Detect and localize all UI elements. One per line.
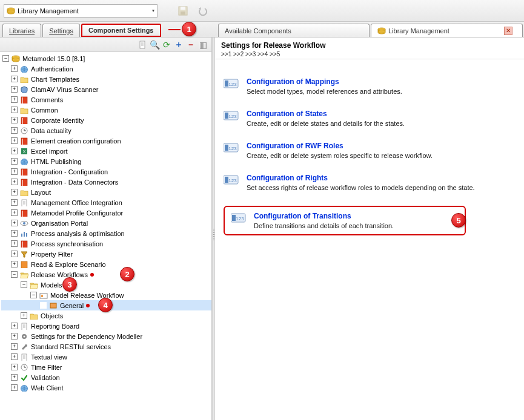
expand-icon[interactable]: + (11, 251, 18, 257)
library-dropdown[interactable]: Library Management ▾ (4, 4, 158, 18)
expand-icon[interactable]: + (11, 76, 18, 82)
config-link[interactable]: Configuration of States (247, 110, 405, 118)
splitter[interactable] (212, 38, 215, 420)
tree-item[interactable]: +Corporate Identity (1, 115, 211, 125)
book-red-icon (19, 137, 29, 145)
tree-item-release-workflows[interactable]: − Release Workflows 2 (1, 269, 211, 280)
topbar: Library Management ▾ (0, 0, 524, 22)
tree-item[interactable]: +Validation (1, 372, 211, 382)
tree-item-models[interactable]: − Models 3 (1, 280, 211, 290)
expand-icon[interactable]: + (11, 65, 18, 72)
tree-item[interactable]: +Integration - Data Connectors (1, 177, 211, 187)
tree-label: Settings for the Dependency Modeller (31, 333, 142, 340)
config-link[interactable]: Configuration of Transitions (254, 212, 394, 220)
svg-rect-21 (26, 233, 27, 237)
svg-rect-20 (24, 232, 25, 237)
expand-icon[interactable]: + (11, 107, 18, 113)
callout-dot (86, 304, 90, 307)
collapse-icon[interactable]: − (21, 281, 27, 288)
tree-root[interactable]: − Metamodel 15.0 [8.1] (1, 53, 211, 64)
tree-item[interactable]: +ClamAV Virus Scanner (1, 84, 211, 94)
expand-icon[interactable]: + (11, 374, 18, 381)
expand-icon[interactable]: + (11, 220, 18, 226)
tree-label: Objects (41, 312, 63, 320)
tree-item[interactable]: +Common (1, 105, 211, 115)
tree-item[interactable]: +Element creation configuration (1, 136, 211, 146)
close-tab-button[interactable]: ✕ (504, 27, 512, 35)
search-button[interactable]: 🔍 (150, 40, 159, 50)
config-link[interactable]: Configuration of Mappings (247, 77, 402, 86)
expand-icon[interactable]: + (11, 230, 18, 237)
svg-rect-23 (41, 295, 43, 297)
tab-available-components[interactable]: Available Components (218, 24, 370, 37)
expand-icon[interactable]: + (11, 148, 18, 154)
tree-item[interactable]: +Time Filter (1, 362, 211, 372)
expand-icon[interactable]: + (11, 343, 18, 350)
settings-icon (48, 301, 58, 310)
expand-icon[interactable]: + (11, 158, 18, 165)
expand-icon[interactable]: + (11, 199, 18, 206)
tree-item[interactable]: +Web Client (1, 382, 211, 393)
tab-component-settings[interactable]: Component Settings (81, 24, 161, 37)
tree-item[interactable]: +Data actuality (1, 125, 211, 136)
config-link[interactable]: Configuration of RWF Roles (247, 142, 433, 150)
tree-item[interactable]: +HTML Publishing (1, 156, 211, 166)
tree-item[interactable]: +Reporting Board (1, 321, 211, 331)
tab-library-management[interactable]: Library Management ✕ (371, 24, 523, 37)
tree-item[interactable]: +Organisation Portal (1, 218, 211, 228)
expand-icon[interactable]: + (11, 179, 18, 185)
tree-item[interactable]: +Comments (1, 94, 211, 105)
tree-label: Web Client (31, 384, 64, 392)
remove-button[interactable]: － (186, 40, 196, 50)
tree-item[interactable]: +Settings for the Dependency Modeller (1, 331, 211, 341)
expand-icon[interactable]: + (11, 96, 18, 103)
tree-item[interactable]: +Management Office Integration (1, 197, 211, 208)
refresh-button[interactable]: ⟳ (162, 40, 171, 50)
add-button[interactable]: ＋ (174, 40, 184, 50)
book-red-icon (19, 178, 29, 186)
tree-item-general[interactable]: General 4 (1, 300, 211, 310)
tree-item[interactable]: +Integration - Configuration (1, 166, 211, 177)
expand-icon[interactable]: + (11, 127, 18, 134)
expand-icon[interactable]: + (11, 189, 18, 195)
expand-icon[interactable]: + (11, 353, 18, 360)
tree-item[interactable]: +Standard RESTful services (1, 341, 211, 352)
collapse-icon[interactable]: − (11, 271, 18, 278)
svg-rect-24 (50, 303, 56, 308)
tree-item[interactable]: +Textual view (1, 352, 211, 362)
tree-item[interactable]: +XExcel import (1, 146, 211, 156)
tree-item[interactable]: +Process synchronisation (1, 238, 211, 249)
tree-item[interactable]: +Metamodel Profile Configurator (1, 208, 211, 218)
tree-item[interactable]: +Authentication (1, 64, 211, 74)
tree-item[interactable]: +Process analysis & optimisation (1, 228, 211, 238)
expand-icon[interactable]: + (11, 86, 18, 93)
filter-button[interactable] (138, 40, 147, 50)
expand-icon[interactable]: + (11, 364, 18, 370)
expand-icon[interactable]: + (11, 384, 18, 391)
expand-icon[interactable]: + (11, 240, 18, 247)
collapse-icon[interactable]: − (30, 292, 37, 298)
expand-icon[interactable]: + (11, 117, 18, 123)
tree-label: Common (31, 107, 58, 114)
menu-button[interactable]: ▥ (198, 40, 208, 50)
tab-settings[interactable]: Settings (42, 24, 80, 37)
expand-icon[interactable]: + (11, 168, 18, 175)
tab-libraries[interactable]: Libraries (2, 24, 41, 37)
tree-item[interactable]: +Layout (1, 187, 211, 197)
expand-icon[interactable]: + (11, 323, 18, 329)
expand-icon[interactable]: + (11, 261, 18, 267)
save-button[interactable] (176, 4, 190, 18)
config-link[interactable]: Configuration of Rights (247, 174, 475, 182)
expand-icon[interactable]: + (11, 333, 18, 340)
expand-icon[interactable]: + (11, 137, 18, 144)
tree-item[interactable]: +Read & Explore Scenario (1, 259, 211, 269)
wizard-icon (224, 78, 240, 90)
tree-item[interactable]: +Property Filter (1, 249, 211, 259)
collapse-icon[interactable]: − (2, 55, 9, 62)
expand-icon[interactable]: + (21, 312, 27, 319)
tree[interactable]: − Metamodel 15.0 [8.1] +Authentication+C… (0, 52, 211, 420)
undo-button[interactable] (195, 4, 210, 18)
tree-item[interactable]: +Chart Templates (1, 74, 211, 84)
tree-label: Process synchronisation (31, 240, 103, 248)
expand-icon[interactable]: + (11, 209, 18, 216)
